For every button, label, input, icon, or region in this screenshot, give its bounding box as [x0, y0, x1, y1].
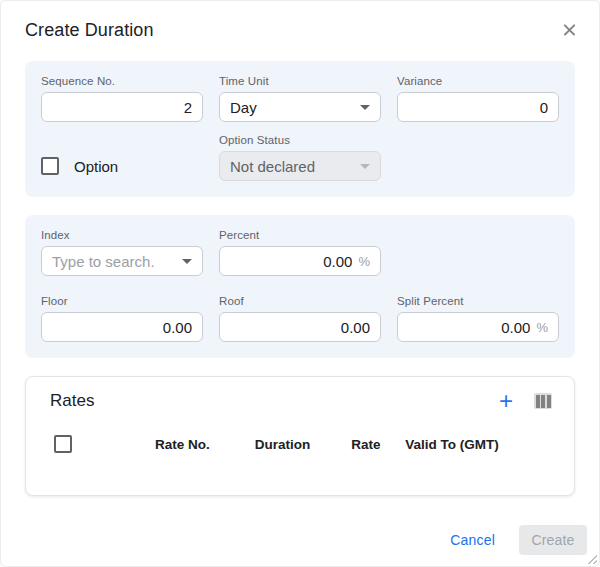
roof-label: Roof — [219, 295, 381, 308]
index-field-group: Index Type to search. — [41, 229, 203, 276]
option-status-value: Not declared — [230, 158, 315, 175]
sequence-no-input-box — [41, 92, 203, 122]
sequence-no-label: Sequence No. — [41, 75, 203, 88]
option-status-field-group: Option Status Not declared — [219, 134, 381, 181]
dialog-footer: Cancel Create — [1, 525, 599, 555]
dialog-header: Create Duration — [1, 1, 599, 41]
create-button[interactable]: Create — [519, 525, 587, 555]
select-all-checkbox[interactable] — [54, 435, 72, 453]
time-unit-select[interactable]: Day — [219, 92, 381, 122]
option-field-group: Option — [41, 151, 203, 181]
roof-field-group: Roof — [219, 295, 381, 342]
index-settings-section: Index Type to search. Percent % Floor — [25, 215, 575, 358]
variance-field-group: Variance — [397, 75, 559, 122]
cancel-button[interactable]: Cancel — [450, 532, 495, 548]
option-status-label: Option Status — [219, 134, 381, 147]
roof-input-box — [219, 312, 381, 342]
column-header-rate-no[interactable]: Rate No. — [140, 437, 225, 452]
dialog-title: Create Duration — [25, 19, 154, 41]
split-percent-input[interactable] — [408, 319, 530, 336]
column-header-duration[interactable]: Duration — [240, 437, 325, 452]
close-icon[interactable] — [561, 21, 579, 39]
index-placeholder: Type to search. — [52, 253, 155, 270]
rates-title: Rates — [50, 391, 94, 411]
split-percent-field-group: Split Percent % — [397, 295, 559, 342]
chevron-down-icon — [360, 105, 370, 110]
floor-label: Floor — [41, 295, 203, 308]
column-header-rate[interactable]: Rate — [330, 437, 402, 452]
option-status-select[interactable]: Not declared — [219, 151, 381, 181]
percent-input-box: % — [219, 246, 381, 276]
roof-input[interactable] — [230, 319, 370, 336]
create-duration-dialog: Create Duration Sequence No. Time Unit D… — [0, 0, 600, 567]
index-search-select[interactable]: Type to search. — [41, 246, 203, 276]
duration-settings-section: Sequence No. Time Unit Day Variance — [25, 61, 575, 197]
percent-suffix: % — [358, 254, 370, 269]
rates-card: Rates + Rate No. Duration Rate Valid To … — [25, 376, 575, 496]
index-label: Index — [41, 229, 203, 242]
floor-field-group: Floor — [41, 295, 203, 342]
sequence-no-input[interactable] — [52, 99, 192, 116]
option-checkbox[interactable] — [41, 157, 59, 175]
rates-table-header: Rate No. Duration Rate Valid To (GMT) — [26, 424, 574, 464]
time-unit-field-group: Time Unit Day — [219, 75, 381, 122]
column-bar — [541, 395, 545, 408]
time-unit-label: Time Unit — [219, 75, 381, 88]
resize-handle-icon[interactable] — [587, 554, 597, 564]
chevron-down-icon — [360, 164, 370, 169]
split-percent-input-box: % — [397, 312, 559, 342]
column-bar — [536, 395, 540, 408]
floor-input[interactable] — [52, 319, 192, 336]
add-rate-button[interactable]: + — [499, 391, 513, 411]
sequence-no-field-group: Sequence No. — [41, 75, 203, 122]
floor-input-box — [41, 312, 203, 342]
chevron-down-icon — [182, 259, 192, 264]
split-percent-suffix: % — [536, 320, 548, 335]
percent-input[interactable] — [230, 253, 352, 270]
option-label: Option — [74, 158, 118, 175]
percent-field-group: Percent % — [219, 229, 381, 276]
variance-input[interactable] — [408, 99, 548, 116]
split-percent-label: Split Percent — [397, 295, 559, 308]
percent-label: Percent — [219, 229, 381, 242]
view-columns-icon[interactable] — [534, 393, 552, 409]
rates-toolbar: Rates + — [26, 377, 574, 411]
column-header-valid-to[interactable]: Valid To (GMT) — [402, 437, 502, 452]
variance-label: Variance — [397, 75, 559, 88]
time-unit-value: Day — [230, 99, 257, 116]
column-bar — [547, 395, 551, 408]
variance-input-box — [397, 92, 559, 122]
